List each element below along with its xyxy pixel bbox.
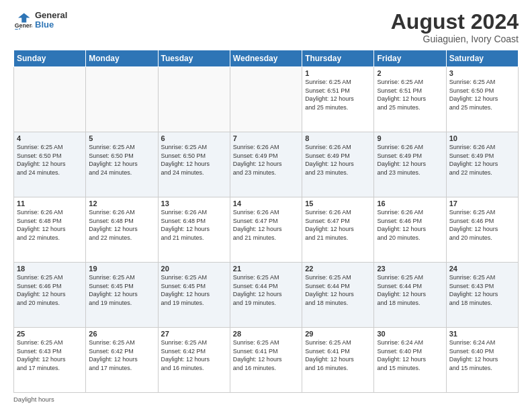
day-number: 12: [89, 199, 154, 208]
day-info: Sunrise: 6:26 AM Sunset: 6:49 PM Dayligh…: [305, 143, 371, 177]
calendar-day-cell: 14Sunrise: 6:26 AM Sunset: 6:47 PM Dayli…: [230, 197, 302, 263]
calendar-day-cell: 26Sunrise: 6:25 AM Sunset: 6:42 PM Dayli…: [86, 328, 158, 393]
svg-text:Blue: Blue: [15, 28, 28, 30]
main-title: August 2024: [391, 11, 519, 32]
day-number: 30: [377, 330, 443, 338]
calendar-day-cell: [230, 67, 302, 132]
day-info: Sunrise: 6:25 AM Sunset: 6:44 PM Dayligh…: [377, 273, 443, 307]
day-info: Sunrise: 6:25 AM Sunset: 6:45 PM Dayligh…: [161, 273, 227, 307]
calendar-week-row: 18Sunrise: 6:25 AM Sunset: 6:46 PM Dayli…: [14, 263, 519, 328]
calendar-day-cell: 22Sunrise: 6:25 AM Sunset: 6:44 PM Dayli…: [302, 263, 374, 328]
svg-marker-0: [18, 13, 30, 23]
calendar-day-header: Saturday: [446, 50, 518, 67]
calendar-day-cell: 7Sunrise: 6:26 AM Sunset: 6:49 PM Daylig…: [230, 132, 302, 197]
calendar-week-row: 25Sunrise: 6:25 AM Sunset: 6:43 PM Dayli…: [14, 328, 519, 393]
calendar-day-header: Thursday: [302, 50, 374, 67]
calendar-week-row: 11Sunrise: 6:26 AM Sunset: 6:48 PM Dayli…: [14, 197, 519, 263]
calendar-day-cell: 5Sunrise: 6:25 AM Sunset: 6:50 PM Daylig…: [86, 132, 158, 197]
day-number: 4: [17, 134, 83, 142]
calendar-day-cell: 30Sunrise: 6:24 AM Sunset: 6:40 PM Dayli…: [374, 328, 446, 393]
day-number: 13: [161, 199, 227, 208]
day-info: Sunrise: 6:26 AM Sunset: 6:47 PM Dayligh…: [233, 208, 299, 242]
calendar-table: SundayMondayTuesdayWednesdayThursdayFrid…: [13, 50, 519, 393]
day-info: Sunrise: 6:25 AM Sunset: 6:41 PM Dayligh…: [233, 338, 299, 372]
page: General Blue General Blue August 2024 Gu…: [0, 0, 532, 411]
day-info: Sunrise: 6:25 AM Sunset: 6:44 PM Dayligh…: [233, 273, 299, 307]
calendar-day-cell: 21Sunrise: 6:25 AM Sunset: 6:44 PM Dayli…: [230, 263, 302, 328]
subtitle: Guiaguien, Ivory Coast: [391, 34, 519, 44]
calendar-day-cell: [158, 67, 230, 132]
day-number: 27: [161, 330, 227, 338]
day-info: Sunrise: 6:25 AM Sunset: 6:46 PM Dayligh…: [17, 273, 83, 307]
day-number: 9: [377, 134, 443, 142]
day-info: Sunrise: 6:25 AM Sunset: 6:50 PM Dayligh…: [17, 143, 83, 177]
calendar-day-header: Sunday: [14, 50, 86, 67]
day-number: 8: [305, 134, 371, 142]
day-number: 10: [449, 134, 515, 142]
day-info: Sunrise: 6:25 AM Sunset: 6:45 PM Dayligh…: [89, 273, 154, 307]
logo-line1: General: [35, 11, 67, 20]
calendar-day-cell: 17Sunrise: 6:25 AM Sunset: 6:46 PM Dayli…: [446, 197, 518, 263]
calendar-day-cell: 16Sunrise: 6:26 AM Sunset: 6:46 PM Dayli…: [374, 197, 446, 263]
calendar-day-cell: 28Sunrise: 6:25 AM Sunset: 6:41 PM Dayli…: [230, 328, 302, 393]
day-info: Sunrise: 6:25 AM Sunset: 6:50 PM Dayligh…: [161, 143, 227, 177]
day-info: Sunrise: 6:24 AM Sunset: 6:40 PM Dayligh…: [377, 338, 443, 372]
day-info: Sunrise: 6:25 AM Sunset: 6:42 PM Dayligh…: [89, 338, 154, 372]
day-number: 14: [233, 199, 299, 208]
footer: Daylight hours: [13, 396, 519, 403]
logo-icon: General Blue: [13, 11, 32, 30]
calendar-day-cell: 31Sunrise: 6:24 AM Sunset: 6:40 PM Dayli…: [446, 328, 518, 393]
day-info: Sunrise: 6:26 AM Sunset: 6:48 PM Dayligh…: [161, 208, 227, 242]
calendar-week-row: 1Sunrise: 6:25 AM Sunset: 6:51 PM Daylig…: [14, 67, 519, 132]
calendar-day-header: Friday: [374, 50, 446, 67]
day-number: 24: [449, 265, 515, 273]
day-number: 23: [377, 265, 443, 273]
day-number: 7: [233, 134, 299, 142]
title-block: August 2024 Guiaguien, Ivory Coast: [391, 11, 519, 44]
day-number: 15: [305, 199, 371, 208]
day-info: Sunrise: 6:26 AM Sunset: 6:49 PM Dayligh…: [377, 143, 443, 177]
day-info: Sunrise: 6:25 AM Sunset: 6:41 PM Dayligh…: [305, 338, 371, 372]
day-info: Sunrise: 6:24 AM Sunset: 6:40 PM Dayligh…: [449, 338, 515, 372]
calendar-day-cell: 18Sunrise: 6:25 AM Sunset: 6:46 PM Dayli…: [14, 263, 86, 328]
day-info: Sunrise: 6:25 AM Sunset: 6:43 PM Dayligh…: [449, 273, 515, 307]
day-number: 6: [161, 134, 227, 142]
day-number: 2: [377, 69, 443, 77]
calendar-day-header: Wednesday: [230, 50, 302, 67]
day-number: 31: [449, 330, 515, 338]
day-number: 29: [305, 330, 371, 338]
header: General Blue General Blue August 2024 Gu…: [13, 11, 519, 44]
calendar-day-cell: 2Sunrise: 6:25 AM Sunset: 6:51 PM Daylig…: [374, 67, 446, 132]
day-number: 18: [17, 265, 83, 273]
calendar-day-cell: 10Sunrise: 6:26 AM Sunset: 6:49 PM Dayli…: [446, 132, 518, 197]
day-number: 21: [233, 265, 299, 273]
calendar-day-cell: [14, 67, 86, 132]
calendar-day-cell: 29Sunrise: 6:25 AM Sunset: 6:41 PM Dayli…: [302, 328, 374, 393]
calendar-day-cell: 20Sunrise: 6:25 AM Sunset: 6:45 PM Dayli…: [158, 263, 230, 328]
day-info: Sunrise: 6:25 AM Sunset: 6:50 PM Dayligh…: [89, 143, 154, 177]
calendar-day-cell: [86, 67, 158, 132]
day-info: Sunrise: 6:25 AM Sunset: 6:46 PM Dayligh…: [449, 208, 515, 242]
day-info: Sunrise: 6:25 AM Sunset: 6:50 PM Dayligh…: [449, 78, 515, 111]
calendar-day-cell: 23Sunrise: 6:25 AM Sunset: 6:44 PM Dayli…: [374, 263, 446, 328]
calendar-day-cell: 27Sunrise: 6:25 AM Sunset: 6:42 PM Dayli…: [158, 328, 230, 393]
logo-line2: Blue: [35, 20, 67, 30]
calendar-day-header: Monday: [86, 50, 158, 67]
day-info: Sunrise: 6:25 AM Sunset: 6:51 PM Dayligh…: [305, 78, 371, 111]
day-number: 28: [233, 330, 299, 338]
day-info: Sunrise: 6:25 AM Sunset: 6:51 PM Dayligh…: [377, 78, 443, 111]
calendar-day-cell: 13Sunrise: 6:26 AM Sunset: 6:48 PM Dayli…: [158, 197, 230, 263]
day-info: Sunrise: 6:26 AM Sunset: 6:46 PM Dayligh…: [377, 208, 443, 242]
day-info: Sunrise: 6:25 AM Sunset: 6:42 PM Dayligh…: [161, 338, 227, 372]
day-number: 1: [305, 69, 371, 77]
day-number: 17: [449, 199, 515, 208]
calendar-day-header: Tuesday: [158, 50, 230, 67]
calendar-day-cell: 24Sunrise: 6:25 AM Sunset: 6:43 PM Dayli…: [446, 263, 518, 328]
calendar-day-cell: 12Sunrise: 6:26 AM Sunset: 6:48 PM Dayli…: [86, 197, 158, 263]
calendar-week-row: 4Sunrise: 6:25 AM Sunset: 6:50 PM Daylig…: [14, 132, 519, 197]
day-info: Sunrise: 6:26 AM Sunset: 6:48 PM Dayligh…: [89, 208, 154, 242]
calendar-day-cell: 15Sunrise: 6:26 AM Sunset: 6:47 PM Dayli…: [302, 197, 374, 263]
calendar-day-cell: 8Sunrise: 6:26 AM Sunset: 6:49 PM Daylig…: [302, 132, 374, 197]
day-info: Sunrise: 6:25 AM Sunset: 6:44 PM Dayligh…: [305, 273, 371, 307]
day-info: Sunrise: 6:26 AM Sunset: 6:47 PM Dayligh…: [305, 208, 371, 242]
